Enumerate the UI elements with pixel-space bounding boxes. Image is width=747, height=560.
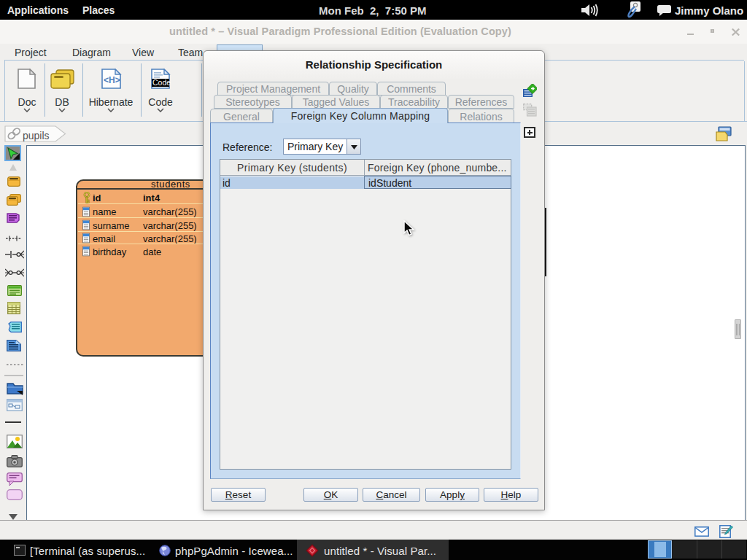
svg-text:<H>: <H>	[104, 75, 120, 85]
svg-text:Code: Code	[152, 78, 171, 87]
